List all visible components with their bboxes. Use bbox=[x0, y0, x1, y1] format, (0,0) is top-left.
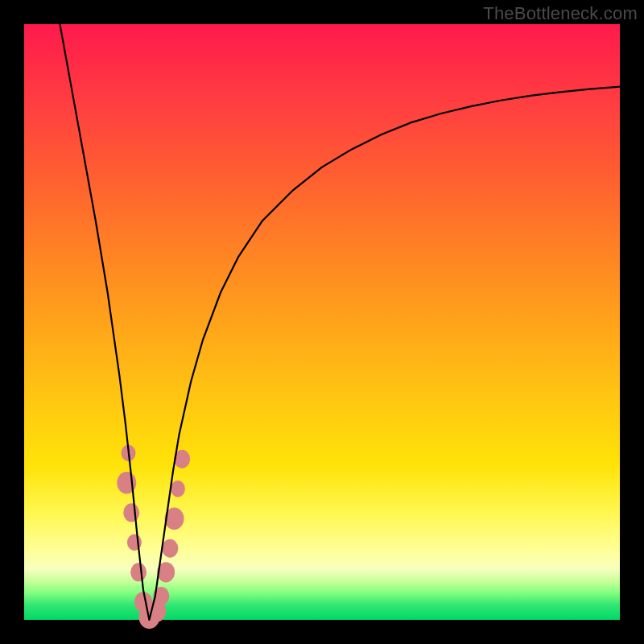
plot-area bbox=[24, 24, 620, 620]
curve-path bbox=[60, 24, 620, 620]
chart-svg bbox=[24, 24, 620, 620]
data-marker bbox=[171, 481, 185, 497]
data-marker bbox=[162, 539, 178, 558]
chart-frame: TheBottleneck.com bbox=[0, 0, 644, 644]
data-marker bbox=[123, 503, 139, 522]
data-marker bbox=[130, 563, 147, 581]
watermark-text: TheBottleneck.com bbox=[483, 3, 638, 24]
